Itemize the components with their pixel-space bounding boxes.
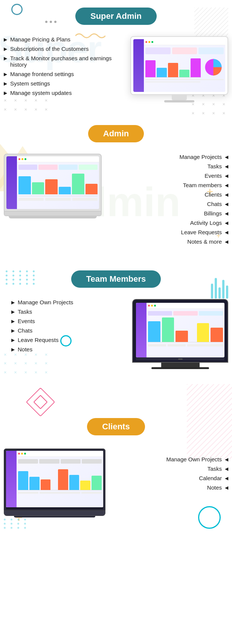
feature-item: ▶System settings [4, 80, 127, 87]
team-feature-item: ▶Notes [11, 346, 73, 353]
admin-content: Manage Projects◀ Tasks◀ Events◀ Team mem… [0, 150, 232, 248]
team-badge: Team Members [71, 270, 161, 288]
admin-feature-item: Events◀ [109, 172, 228, 179]
feature-item: ▶Manage system updates [4, 90, 127, 96]
client-feature-item: Tasks◀ [113, 465, 228, 472]
admin-feature-item: Clients◀ [109, 191, 228, 198]
feature-item: ▶Subscriptions of the Customers [4, 46, 127, 52]
admin-laptop [4, 154, 102, 218]
admin-list: Manage Projects◀ Tasks◀ Events◀ Team mem… [109, 154, 228, 245]
admin-feature-item: Notes & more◀ [109, 238, 228, 245]
team-list: ▶Manage Own Projects ▶Tasks ▶Events ▶Cha… [11, 299, 73, 353]
monitor-screen [133, 39, 225, 92]
team-feature-item: ▶Tasks [11, 308, 73, 315]
deco-diamond [30, 392, 51, 412]
clients-list: Manage Own Projects◀ Tasks◀ Calendar◀ No… [113, 456, 228, 491]
team-monitor [132, 299, 228, 369]
admin-feature-item: Chats◀ [109, 201, 228, 207]
admin-features: Manage Projects◀ Tasks◀ Events◀ Team mem… [105, 154, 228, 248]
team-content: ▶Manage Own Projects ▶Tasks ▶Events ▶Cha… [0, 295, 232, 369]
team-members-section: × × × × × × × × × × × × × × × Team Membe… [0, 263, 232, 384]
dot-grid-2 [4, 519, 29, 529]
super-admin-content: ▶Manage Pricing & Plans ▶Subscriptions o… [0, 32, 232, 102]
feature-item: ▶Track & Monitor purchases and earnings … [4, 55, 127, 68]
super-admin-monitor [130, 36, 228, 102]
clients-laptop [4, 449, 105, 517]
clients-content: Manage Own Projects◀ Tasks◀ Calendar◀ No… [0, 443, 232, 517]
feature-item: ▶Manage frontend settings [4, 71, 127, 77]
team-feature-item: ▶Chats [11, 327, 73, 334]
super-admin-header: Super Admin [0, 8, 232, 25]
team-feature-item: ▶Leave Requests [11, 337, 73, 343]
admin-section: Admin Admin + + [0, 118, 232, 263]
client-feature-item: Notes◀ [113, 484, 228, 491]
admin-feature-item: Tasks◀ [109, 163, 228, 169]
super-admin-section: Super Super Admin ▶Manage Pricing & Plan… [0, 0, 232, 118]
super-admin-badge: Super Admin [75, 8, 157, 25]
admin-feature-item: Team members◀ [109, 182, 228, 188]
client-feature-item: Manage Own Projects◀ [113, 456, 228, 462]
admin-header: Admin [0, 125, 232, 142]
admin-feature-item: Activity Logs◀ [109, 220, 228, 226]
admin-feature-item: Leave Requests◀ [109, 229, 228, 235]
admin-feature-item: Billings◀ [109, 210, 228, 217]
client-feature-item: Calendar◀ [113, 475, 228, 481]
admin-feature-item: Manage Projects◀ [109, 154, 228, 160]
team-feature-item: ▶Manage Own Projects [11, 299, 73, 305]
monitor-body [130, 36, 228, 95]
team-feature-item: ▶Events [11, 318, 73, 324]
clients-section: + + Clients [0, 384, 232, 540]
feature-item: ▶Manage Pricing & Plans [4, 36, 127, 43]
team-header: Team Members [0, 270, 232, 288]
clients-header: Clients [0, 418, 232, 435]
team-features: ▶Manage Own Projects ▶Tasks ▶Events ▶Cha… [4, 299, 81, 356]
clients-features: Manage Own Projects◀ Tasks◀ Calendar◀ No… [109, 456, 228, 494]
clients-badge: Clients [87, 418, 145, 435]
super-admin-list: ▶Manage Pricing & Plans ▶Subscriptions o… [4, 36, 127, 96]
admin-badge: Admin [88, 125, 144, 142]
super-admin-features: ▶Manage Pricing & Plans ▶Subscriptions o… [4, 36, 130, 99]
